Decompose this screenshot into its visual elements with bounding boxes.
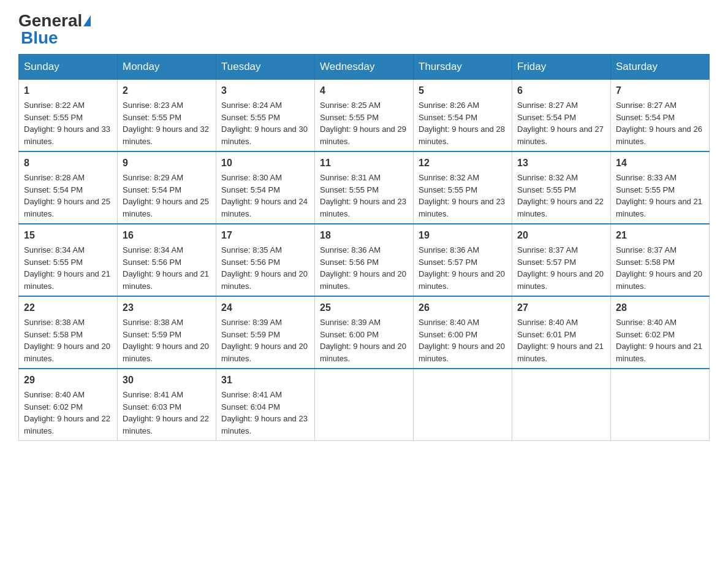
day-number: 4 [320, 83, 408, 98]
day-number: 3 [221, 83, 309, 98]
calendar-cell: 14Sunrise: 8:33 AMSunset: 5:55 PMDayligh… [611, 151, 710, 224]
header-monday: Monday [118, 55, 216, 80]
header-friday: Friday [512, 55, 611, 80]
calendar-cell: 4Sunrise: 8:25 AMSunset: 5:55 PMDaylight… [315, 80, 414, 152]
day-number: 25 [320, 301, 408, 315]
calendar-cell: 16Sunrise: 8:34 AMSunset: 5:56 PMDayligh… [118, 224, 216, 296]
day-number: 5 [419, 83, 507, 98]
calendar-cell: 11Sunrise: 8:31 AMSunset: 5:55 PMDayligh… [315, 151, 414, 224]
calendar-cell: 3Sunrise: 8:24 AMSunset: 5:55 PMDaylight… [216, 80, 315, 152]
calendar-cell: 28Sunrise: 8:40 AMSunset: 6:02 PMDayligh… [611, 296, 710, 369]
header-thursday: Thursday [414, 55, 512, 80]
day-number: 15 [24, 228, 112, 243]
calendar-cell: 31Sunrise: 8:41 AMSunset: 6:04 PMDayligh… [216, 369, 315, 441]
logo-triangle-icon [83, 15, 91, 26]
day-number: 31 [221, 373, 309, 388]
day-number: 24 [221, 301, 309, 315]
calendar-week-row: 22Sunrise: 8:38 AMSunset: 5:58 PMDayligh… [19, 296, 710, 369]
day-number: 2 [123, 83, 211, 98]
day-number: 18 [320, 228, 408, 243]
day-number: 17 [221, 228, 309, 243]
day-number: 12 [419, 156, 507, 170]
calendar-cell: 30Sunrise: 8:41 AMSunset: 6:03 PMDayligh… [118, 369, 216, 441]
calendar-cell: 15Sunrise: 8:34 AMSunset: 5:55 PMDayligh… [19, 224, 118, 296]
calendar-cell [315, 369, 414, 441]
day-number: 21 [616, 228, 704, 243]
calendar-week-row: 29Sunrise: 8:40 AMSunset: 6:02 PMDayligh… [19, 369, 710, 441]
day-number: 14 [616, 156, 704, 170]
calendar-cell: 20Sunrise: 8:37 AMSunset: 5:57 PMDayligh… [512, 224, 611, 296]
calendar-cell: 9Sunrise: 8:29 AMSunset: 5:54 PMDaylight… [118, 151, 216, 224]
header-saturday: Saturday [611, 55, 710, 80]
calendar-cell: 2Sunrise: 8:23 AMSunset: 5:55 PMDaylight… [118, 80, 216, 152]
day-number: 23 [123, 301, 211, 315]
calendar-cell: 26Sunrise: 8:40 AMSunset: 6:00 PMDayligh… [414, 296, 512, 369]
day-number: 22 [24, 301, 112, 315]
page-header: General Blue [18, 12, 710, 48]
header-tuesday: Tuesday [216, 55, 315, 80]
calendar-cell [414, 369, 512, 441]
day-number: 6 [517, 83, 605, 98]
calendar-cell: 17Sunrise: 8:35 AMSunset: 5:56 PMDayligh… [216, 224, 315, 296]
calendar-cell [512, 369, 611, 441]
calendar-cell: 27Sunrise: 8:40 AMSunset: 6:01 PMDayligh… [512, 296, 611, 369]
calendar-week-row: 8Sunrise: 8:28 AMSunset: 5:54 PMDaylight… [19, 151, 710, 224]
calendar-cell: 19Sunrise: 8:36 AMSunset: 5:57 PMDayligh… [414, 224, 512, 296]
day-number: 19 [419, 228, 507, 243]
day-number: 30 [123, 373, 211, 388]
day-number: 10 [221, 156, 309, 170]
calendar-cell: 13Sunrise: 8:32 AMSunset: 5:55 PMDayligh… [512, 151, 611, 224]
day-number: 7 [616, 83, 704, 98]
calendar-table: SundayMondayTuesdayWednesdayThursdayFrid… [18, 54, 710, 441]
calendar-cell: 22Sunrise: 8:38 AMSunset: 5:58 PMDayligh… [19, 296, 118, 369]
logo-blue: Blue [21, 28, 58, 47]
calendar-cell: 23Sunrise: 8:38 AMSunset: 5:59 PMDayligh… [118, 296, 216, 369]
calendar-cell: 5Sunrise: 8:26 AMSunset: 5:54 PMDaylight… [414, 80, 512, 152]
calendar-cell: 6Sunrise: 8:27 AMSunset: 5:54 PMDaylight… [512, 80, 611, 152]
calendar-cell: 25Sunrise: 8:39 AMSunset: 6:00 PMDayligh… [315, 296, 414, 369]
header-sunday: Sunday [19, 55, 118, 80]
day-number: 26 [419, 301, 507, 315]
day-number: 9 [123, 156, 211, 170]
day-number: 20 [517, 228, 605, 243]
calendar-cell: 21Sunrise: 8:37 AMSunset: 5:58 PMDayligh… [611, 224, 710, 296]
calendar-cell: 1Sunrise: 8:22 AMSunset: 5:55 PMDaylight… [19, 80, 118, 152]
day-number: 8 [24, 156, 112, 170]
day-number: 28 [616, 301, 704, 315]
day-number: 29 [24, 373, 112, 388]
calendar-cell: 29Sunrise: 8:40 AMSunset: 6:02 PMDayligh… [19, 369, 118, 441]
calendar-cell: 10Sunrise: 8:30 AMSunset: 5:54 PMDayligh… [216, 151, 315, 224]
day-number: 1 [24, 83, 112, 98]
calendar-week-row: 1Sunrise: 8:22 AMSunset: 5:55 PMDaylight… [19, 80, 710, 152]
day-number: 16 [123, 228, 211, 243]
calendar-cell: 24Sunrise: 8:39 AMSunset: 5:59 PMDayligh… [216, 296, 315, 369]
day-number: 11 [320, 156, 408, 170]
calendar-cell: 8Sunrise: 8:28 AMSunset: 5:54 PMDaylight… [19, 151, 118, 224]
header-wednesday: Wednesday [315, 55, 414, 80]
day-number: 27 [517, 301, 605, 315]
calendar-header-row: SundayMondayTuesdayWednesdayThursdayFrid… [19, 55, 710, 80]
calendar-cell: 18Sunrise: 8:36 AMSunset: 5:56 PMDayligh… [315, 224, 414, 296]
logo-general: General [18, 12, 82, 29]
calendar-cell: 7Sunrise: 8:27 AMSunset: 5:54 PMDaylight… [611, 80, 710, 152]
calendar-cell [611, 369, 710, 441]
calendar-cell: 12Sunrise: 8:32 AMSunset: 5:55 PMDayligh… [414, 151, 512, 224]
day-number: 13 [517, 156, 605, 170]
calendar-week-row: 15Sunrise: 8:34 AMSunset: 5:55 PMDayligh… [19, 224, 710, 296]
logo: General Blue [18, 12, 92, 48]
